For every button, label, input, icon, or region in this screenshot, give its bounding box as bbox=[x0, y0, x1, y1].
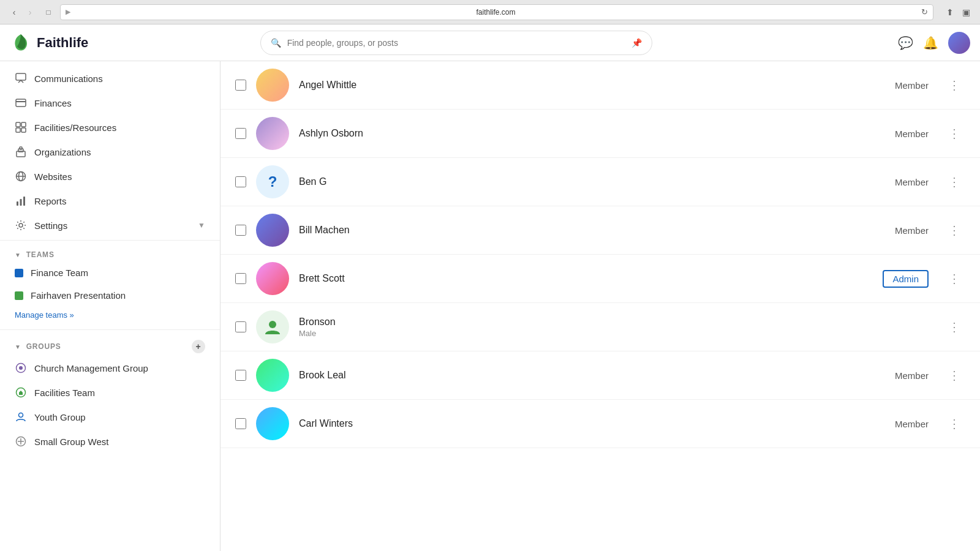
svg-rect-2 bbox=[16, 99, 26, 107]
table-row: ? Ben G Member ⋮ bbox=[221, 158, 980, 206]
more-options-button[interactable]: ⋮ bbox=[943, 414, 965, 433]
member-name: Carl Winters bbox=[299, 418, 870, 429]
member-checkbox[interactable] bbox=[235, 128, 246, 139]
table-row: Bill Machen Member ⋮ bbox=[221, 206, 980, 255]
member-checkbox[interactable] bbox=[235, 273, 246, 284]
member-checkbox[interactable] bbox=[235, 176, 246, 187]
fairhaven-team-dot bbox=[15, 291, 23, 300]
sidebar-item-small-group-west[interactable]: Small Group West bbox=[0, 429, 220, 454]
sidebar-item-organizations[interactable]: Organizations bbox=[0, 140, 220, 164]
messages-button[interactable]: 💬 bbox=[898, 36, 913, 50]
svg-rect-1 bbox=[16, 73, 26, 80]
avatar bbox=[256, 310, 289, 343]
sidebar-item-settings[interactable]: Settings ▼ bbox=[0, 213, 220, 238]
avatar bbox=[256, 69, 289, 102]
forward-button[interactable]: › bbox=[23, 6, 37, 19]
svg-rect-10 bbox=[20, 147, 22, 149]
back-button[interactable]: ‹ bbox=[7, 6, 21, 19]
more-options-button[interactable]: ⋮ bbox=[943, 172, 965, 192]
member-name: Bronson bbox=[299, 317, 870, 328]
member-role: Member bbox=[880, 129, 929, 139]
facilities-icon bbox=[15, 121, 27, 133]
svg-rect-13 bbox=[17, 201, 18, 206]
settings-chevron-icon: ▼ bbox=[198, 221, 205, 230]
browser-chrome: ‹ › □ ▶ faithlife.com ↻ ⬆ ▣ bbox=[0, 0, 980, 24]
member-role: Member bbox=[880, 80, 929, 91]
member-checkbox[interactable] bbox=[235, 321, 246, 332]
facilities-team-icon bbox=[15, 386, 27, 399]
avatar bbox=[256, 117, 289, 150]
organizations-label: Organizations bbox=[34, 147, 205, 157]
fullscreen-button[interactable]: ▣ bbox=[959, 6, 973, 19]
search-input[interactable] bbox=[287, 38, 625, 48]
avatar-image bbox=[256, 262, 289, 295]
member-role: Member bbox=[880, 370, 929, 381]
more-options-button[interactable]: ⋮ bbox=[943, 124, 965, 143]
avatar-image bbox=[256, 117, 289, 150]
facilities-team-label: Facilities Team bbox=[34, 388, 205, 398]
finance-team-dot bbox=[15, 269, 23, 277]
member-checkbox[interactable] bbox=[235, 225, 246, 236]
member-role: Member bbox=[880, 419, 929, 429]
teams-section-header[interactable]: ▼ TEAMS bbox=[0, 243, 220, 261]
search-bar[interactable]: 🔍 📌 bbox=[260, 31, 652, 55]
youth-group-label: Youth Group bbox=[34, 412, 205, 422]
more-options-button[interactable]: ⋮ bbox=[943, 220, 965, 240]
table-row: Bronson Male ⋮ bbox=[221, 303, 980, 351]
teams-toggle-icon: ▼ bbox=[15, 252, 21, 258]
member-info: Ashlyn Osborn bbox=[299, 128, 870, 139]
finance-team-label: Finance Team bbox=[31, 268, 205, 278]
sidebar-item-youth-group[interactable]: Youth Group bbox=[0, 405, 220, 429]
sidebar-item-fairhaven[interactable]: Fairhaven Presentation bbox=[0, 284, 220, 307]
groups-section-label: GROUPS bbox=[26, 342, 61, 351]
member-info: Bill Machen bbox=[299, 225, 870, 236]
avatar-image bbox=[256, 310, 289, 343]
avatar-image bbox=[256, 69, 289, 102]
member-checkbox[interactable] bbox=[235, 80, 246, 91]
notifications-button[interactable]: 🔔 bbox=[923, 36, 938, 50]
member-checkbox[interactable] bbox=[235, 370, 246, 381]
reports-label: Reports bbox=[34, 196, 205, 206]
member-info: Brook Leal bbox=[299, 370, 870, 381]
sidebar-item-facilities[interactable]: Facilities/Resources bbox=[0, 115, 220, 140]
svg-rect-7 bbox=[21, 128, 26, 132]
sidebar-item-reports[interactable]: Reports bbox=[0, 189, 220, 213]
member-name: Ashlyn Osborn bbox=[299, 128, 870, 139]
address-bar[interactable]: ▶ faithlife.com ↻ bbox=[60, 4, 933, 20]
finances-label: Finances bbox=[34, 98, 205, 108]
sidebar-item-finances[interactable]: Finances bbox=[0, 91, 220, 115]
sidebar-item-websites[interactable]: Websites bbox=[0, 164, 220, 189]
content-area: Angel Whittle Member ⋮ Ashlyn Osborn Mem… bbox=[221, 61, 980, 551]
sidebar-item-finance-team[interactable]: Finance Team bbox=[0, 261, 220, 284]
groups-toggle-icon: ▼ bbox=[15, 343, 21, 350]
avatar-image: ? bbox=[256, 165, 289, 198]
member-name: Ben G bbox=[299, 176, 870, 187]
sidebar-item-facilities-team[interactable]: Facilities Team bbox=[0, 380, 220, 405]
facilities-label: Facilities/Resources bbox=[34, 122, 205, 133]
fairhaven-label: Fairhaven Presentation bbox=[31, 290, 205, 301]
reload-icon[interactable]: ↻ bbox=[921, 7, 928, 17]
sidebar-item-church-mgmt[interactable]: Church Management Group bbox=[0, 356, 220, 380]
svg-rect-15 bbox=[23, 197, 25, 206]
member-role-admin-badge[interactable]: Admin bbox=[883, 270, 929, 288]
sidebar-item-communications[interactable]: Communications bbox=[0, 66, 220, 91]
communications-label: Communications bbox=[34, 73, 205, 84]
groups-section-header[interactable]: ▼ GROUPS + bbox=[0, 332, 220, 356]
more-options-button[interactable]: ⋮ bbox=[943, 317, 965, 337]
svg-rect-14 bbox=[20, 199, 22, 206]
small-group-west-icon bbox=[15, 435, 27, 448]
window-control[interactable]: □ bbox=[42, 6, 55, 19]
more-options-button[interactable]: ⋮ bbox=[943, 269, 965, 288]
member-checkbox[interactable] bbox=[235, 418, 246, 429]
more-options-button[interactable]: ⋮ bbox=[943, 365, 965, 385]
share-button[interactable]: ⬆ bbox=[943, 6, 957, 19]
church-mgmt-label: Church Management Group bbox=[34, 363, 205, 373]
manage-teams-link[interactable]: Manage teams » bbox=[0, 307, 220, 327]
user-avatar[interactable] bbox=[948, 32, 970, 54]
add-group-button[interactable]: + bbox=[192, 340, 205, 353]
church-mgmt-icon bbox=[15, 362, 27, 374]
top-nav: Faithlife 🔍 📌 💬 🔔 bbox=[0, 24, 980, 61]
youth-group-icon bbox=[15, 411, 27, 423]
more-options-button[interactable]: ⋮ bbox=[943, 75, 965, 95]
svg-rect-6 bbox=[16, 128, 20, 132]
